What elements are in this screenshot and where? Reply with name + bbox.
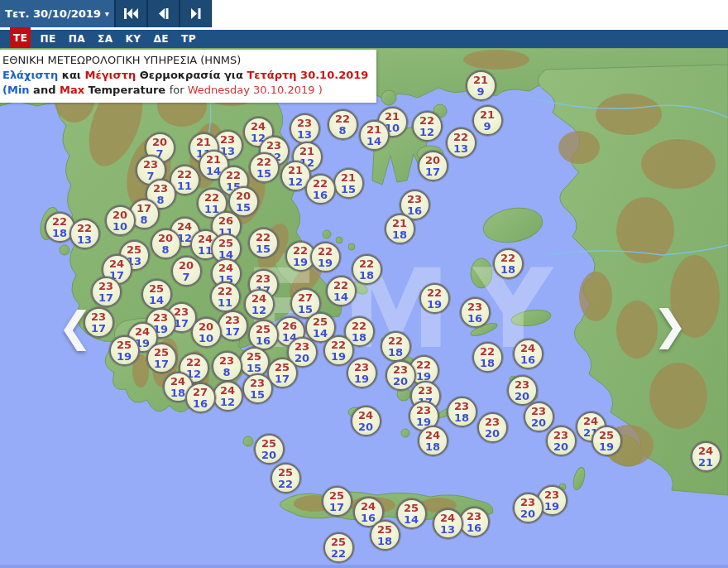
temp-station: 207 [171, 256, 202, 286]
max-temp-value: 23 [520, 497, 535, 508]
max-temp-value: 25 [261, 438, 276, 449]
max-temp-value: 23 [91, 311, 106, 322]
max-temp-value: 23 [153, 312, 168, 323]
temp-station: 2320 [477, 412, 508, 443]
temp-station: 2520 [254, 434, 285, 465]
max-temp-value: 25 [313, 316, 328, 327]
map-container: EMY ΕΘΝΙΚΗ ΜΕΤΕΩΡΟΛΟΓΙΚΗ ΥΠΗΡΕΣΙΑ (HNMS)… [0, 48, 728, 568]
min-temp-value: 19 [416, 371, 431, 382]
max-temp-value: 21 [392, 218, 407, 229]
day-tab-ΤΡ[interactable]: ΤΡ [178, 30, 199, 48]
max-temp-value: 22 [480, 346, 495, 357]
info-box: ΕΘΝΙΚΗ ΜΕΤΕΩΡΟΛΟΓΙΚΗ ΥΠΗΡΕΣΙΑ (HNMS) Ελά… [0, 50, 376, 103]
min-temp-value: 22 [278, 479, 293, 489]
nav-first-button[interactable] [114, 0, 146, 27]
temp-station: 2522 [323, 532, 354, 563]
temp-station: 2219 [310, 242, 341, 272]
temp-station: 2318 [447, 397, 477, 427]
temp-station: 2315 [242, 373, 273, 404]
max-temp-value: 22 [77, 223, 92, 233]
min-temp-value: 12 [220, 397, 235, 407]
max-temp-value: 23 [250, 378, 265, 388]
min-temp-value: 12 [251, 305, 266, 315]
max-temp-value: 26 [282, 320, 297, 331]
min-temp-value: 14 [333, 291, 348, 302]
min-temp-value: 11 [204, 204, 219, 214]
day-tab-ΠΑ[interactable]: ΠΑ [65, 30, 89, 48]
max-temp-value: 22 [256, 232, 271, 243]
day-tab-ΣΑ[interactable]: ΣΑ [94, 30, 116, 48]
max-temp-value: 25 [329, 490, 344, 501]
max-temp-value: 22 [427, 287, 442, 298]
temp-station: 2518 [370, 520, 400, 551]
min-temp-value: 17 [425, 166, 440, 177]
max-temp-value: 24 [520, 343, 535, 354]
info-text-segment: for [170, 84, 188, 96]
max-temp-value: 21 [473, 75, 488, 85]
temp-station: 2219 [323, 335, 354, 366]
max-temp-value: 24 [251, 293, 266, 304]
info-text-segment: και [58, 69, 84, 81]
max-temp-value: 22 [177, 169, 192, 180]
min-temp-value: 14 [366, 136, 381, 147]
min-temp-value: 19 [427, 299, 442, 310]
dropdown-caret-icon: ▾ [105, 9, 109, 18]
nav-prev-button[interactable] [146, 0, 179, 27]
max-temp-value: 24 [358, 410, 373, 421]
temp-station: 2515 [239, 347, 270, 378]
topbar: Τετ. 30/10/2019 ▾ [0, 0, 728, 27]
max-temp-value: 22 [335, 113, 350, 124]
max-temp-value: 20 [152, 137, 167, 147]
day-tab-ΚΥ[interactable]: ΚΥ [122, 30, 144, 48]
min-temp-value: 16 [256, 335, 271, 346]
min-temp-value: 17 [329, 502, 344, 513]
min-temp-value: 14 [404, 514, 419, 525]
min-temp-value: 8 [140, 214, 147, 225]
min-temp-value: 8 [161, 244, 169, 255]
info-line-2: Ελάχιστη και Μέγιστη Θερμοκρασία για Τετ… [2, 68, 368, 83]
date-dropdown[interactable]: Τετ. 30/10/2019 ▾ [0, 0, 114, 27]
min-temp-value: 20 [485, 428, 500, 439]
next-map-arrow[interactable]: ❯ [653, 305, 687, 346]
min-temp-value: 16 [193, 398, 208, 409]
temp-station: 2215 [248, 228, 279, 258]
nav-next-button[interactable] [179, 0, 211, 27]
min-temp-value: 9 [477, 86, 484, 97]
temp-station: 219 [466, 70, 496, 101]
temp-station: 2716 [185, 383, 216, 413]
temp-station: 2519 [109, 335, 140, 366]
max-temp-value: 22 [204, 192, 219, 203]
prev-map-arrow[interactable]: ❮ [58, 306, 93, 348]
step-forward-icon [191, 8, 201, 19]
max-temp-value: 22 [388, 335, 403, 346]
temp-station: 2218 [352, 254, 382, 285]
day-tab-ΔΕ[interactable]: ΔΕ [150, 30, 171, 48]
temp-station: 2212 [412, 111, 443, 142]
max-temp-value: 22 [500, 253, 515, 263]
max-temp-value: 23 [354, 362, 369, 373]
min-temp-value: 17 [98, 292, 113, 303]
max-temp-value: 24 [170, 376, 185, 387]
max-temp-value: 25 [117, 339, 132, 350]
day-tab-ΠΕ[interactable]: ΠΕ [36, 30, 59, 48]
min-temp-value: 12 [419, 127, 434, 137]
max-temp-value: 24 [135, 326, 150, 337]
min-temp-value: 19 [599, 441, 614, 452]
max-temp-value: 26 [218, 215, 233, 226]
min-temp-value: 13 [297, 129, 312, 140]
temp-station: 208 [151, 229, 181, 259]
max-temp-value: 21 [366, 124, 381, 135]
date-nav-buttons [114, 0, 212, 27]
max-temp-value: 23 [407, 194, 422, 205]
max-temp-value: 23 [219, 355, 234, 366]
min-temp-value: 15 [256, 243, 271, 254]
max-temp-value: 23 [393, 364, 408, 375]
max-temp-value: 25 [247, 351, 261, 362]
max-temp-value: 20 [113, 209, 127, 220]
info-text-segment: Wednesday 30.10.2019 ) [188, 84, 323, 96]
day-tab-ΤΕ[interactable]: ΤΕ [10, 27, 31, 48]
temp-station: 2421 [691, 441, 721, 472]
min-temp-value: 19 [331, 351, 346, 362]
max-temp-value: 24 [218, 262, 233, 273]
day-tabbar: ΤΕΠΕΠΑΣΑΚΥΔΕΤΡ [0, 30, 728, 48]
